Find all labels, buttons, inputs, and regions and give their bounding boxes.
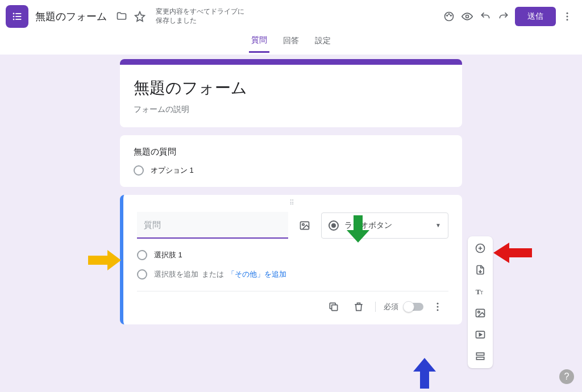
undo-icon[interactable] (476, 7, 494, 26)
svg-rect-0 (13, 13, 15, 15)
option-label: オプション 1 (151, 165, 194, 176)
canvas: 無題のフォーム フォームの説明 無題の質問 オプション 1 ⠿ ラジオボタン ▼… (0, 55, 582, 324)
option-row-add: 選択肢を追加 または 「その他」を追加 (137, 269, 448, 280)
svg-point-13 (567, 19, 568, 20)
add-section-icon[interactable] (471, 348, 490, 365)
svg-rect-26 (476, 353, 484, 355)
add-other-link[interactable]: 「その他」を追加 (227, 269, 286, 280)
svg-point-9 (451, 15, 452, 16)
tab-responses[interactable]: 回答 (281, 36, 301, 52)
svg-rect-16 (332, 305, 338, 311)
send-button[interactable]: 送信 (515, 7, 556, 26)
svg-point-24 (478, 311, 480, 313)
svg-rect-1 (15, 13, 21, 14)
svg-point-10 (466, 15, 469, 18)
question-type-select[interactable]: ラジオボタン ▼ (321, 212, 448, 239)
tab-settings[interactable]: 設定 (313, 36, 333, 52)
svg-text:T: T (480, 290, 483, 295)
svg-point-8 (448, 14, 450, 15)
import-questions-icon[interactable] (471, 261, 490, 278)
question-card-1[interactable]: 無題の質問 オプション 1 (120, 135, 462, 187)
redo-icon[interactable] (494, 7, 513, 26)
option-row-1: 選択肢 1 (137, 250, 448, 260)
svg-rect-27 (476, 357, 484, 360)
radio-type-icon (329, 220, 339, 231)
palette-icon[interactable] (440, 7, 458, 26)
or-text: または (202, 269, 224, 280)
svg-point-17 (437, 303, 439, 305)
add-image-icon[interactable] (294, 215, 315, 236)
svg-point-18 (437, 306, 439, 308)
side-toolbar: TT (468, 236, 493, 368)
drag-handle-icon[interactable]: ⠿ (137, 201, 448, 207)
svg-point-15 (302, 223, 304, 225)
star-icon[interactable] (131, 7, 149, 26)
duplicate-icon[interactable] (323, 296, 344, 318)
add-image-icon[interactable] (471, 305, 490, 322)
radio-icon (134, 165, 144, 176)
svg-point-12 (567, 16, 568, 18)
svg-rect-2 (13, 16, 15, 18)
radio-icon (137, 269, 147, 280)
add-title-icon[interactable]: TT (471, 283, 490, 300)
question1-option1: オプション 1 (134, 165, 448, 176)
required-toggle[interactable] (404, 303, 423, 311)
question-card-2-active[interactable]: ⠿ ラジオボタン ▼ 選択肢 1 選択肢を追加 または 「その他」を追加 (120, 195, 462, 324)
radio-icon (137, 250, 147, 260)
delete-icon[interactable] (348, 296, 369, 318)
title-card[interactable]: 無題のフォーム フォームの説明 (120, 59, 462, 127)
question1-title: 無題の質問 (134, 147, 448, 157)
required-label: 必須 (375, 302, 398, 312)
add-video-icon[interactable] (471, 326, 490, 343)
svg-rect-4 (13, 19, 15, 20)
help-icon[interactable]: ? (559, 369, 574, 384)
svg-point-11 (567, 12, 568, 14)
svg-rect-5 (15, 19, 21, 20)
form-description[interactable]: フォームの説明 (134, 105, 448, 115)
svg-rect-3 (15, 16, 21, 17)
yellow-arrow-annotation (88, 249, 121, 272)
preview-icon[interactable] (458, 7, 476, 26)
form-title-header[interactable]: 無題のフォーム (35, 10, 107, 23)
blue-arrow-annotation (413, 358, 436, 389)
add-question-icon[interactable] (471, 240, 490, 257)
folder-icon[interactable] (113, 7, 131, 26)
add-option-text[interactable]: 選択肢を追加 (154, 269, 198, 280)
dropdown-arrow-icon: ▼ (435, 222, 441, 228)
forms-logo-icon (11, 10, 23, 23)
svg-point-7 (447, 15, 448, 16)
tab-questions[interactable]: 質問 (249, 35, 269, 53)
red-arrow-annotation (493, 241, 532, 264)
form-title[interactable]: 無題のフォーム (134, 77, 448, 99)
header: 無題のフォーム 変更内容をすべてドライブに保存しました 送信 (0, 0, 582, 33)
question-more-icon[interactable] (427, 296, 448, 318)
option1-text[interactable]: 選択肢 1 (154, 250, 182, 260)
more-icon[interactable] (558, 7, 576, 26)
tabs: 質問 回答 設定 (0, 33, 582, 55)
save-status: 変更内容をすべてドライブに保存しました (156, 7, 247, 25)
svg-point-19 (437, 309, 439, 311)
question-input[interactable] (137, 212, 288, 239)
green-arrow-annotation (347, 215, 369, 243)
forms-logo (6, 5, 28, 28)
